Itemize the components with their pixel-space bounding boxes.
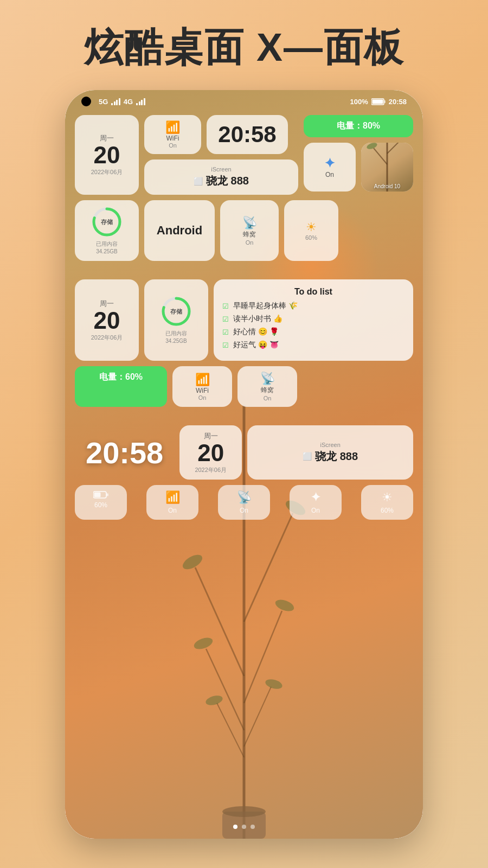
- dot-2[interactable]: [242, 825, 246, 829]
- camera-hole: [81, 97, 91, 106]
- bottom-wifi-status: On: [168, 507, 177, 514]
- signal-bars: [111, 98, 120, 105]
- bluetooth-widget-1[interactable]: ✦ On: [304, 143, 356, 192]
- photo-placeholder: Android 10: [361, 143, 413, 192]
- svg-point-11: [204, 694, 223, 707]
- battery-green-label: 电量：80%: [304, 115, 413, 137]
- svg-point-9: [192, 635, 214, 651]
- storage-inner-label-2: 存储: [170, 308, 182, 316]
- storage-circle-2: 存储: [160, 295, 192, 328]
- bottom-bluetooth-widget[interactable]: ✦ On: [290, 485, 342, 520]
- page-title: 炫酷桌面 X—面板: [84, 22, 404, 74]
- battery-icon: [371, 98, 386, 105]
- calendar-widget-1[interactable]: 周一 20 2022年06月: [75, 115, 139, 195]
- clock-widget-1[interactable]: 20:58: [207, 115, 288, 154]
- todo-check-4: ☑: [222, 341, 229, 349]
- section2-row2: 电量：60% 📶 WiFi On 📡 蜂窝 On: [75, 366, 413, 407]
- dot-1[interactable]: [233, 825, 237, 829]
- cellular-status-2: On: [264, 395, 272, 401]
- svg-line-5: [217, 703, 244, 757]
- svg-rect-29: [106, 494, 108, 496]
- bottom-battery-widget[interactable]: 60%: [75, 485, 127, 520]
- dot-3[interactable]: [251, 825, 255, 829]
- svg-line-19: [374, 148, 387, 164]
- cellular-icon-2: 📡: [260, 372, 275, 386]
- bottom-battery-level: 60%: [94, 501, 107, 509]
- center-col-1: 📶 WiFi On 20:58 iScreen: [144, 115, 298, 195]
- cpu-widget-1[interactable]: iScreen ⬜ 骁龙 888: [144, 159, 298, 195]
- cpu-text-2: 骁龙 888: [315, 449, 358, 464]
- todo-item-3: ☑ 好心情 😊 🌹: [222, 327, 404, 337]
- clock-time: 20:58: [218, 122, 276, 148]
- bottom-bluetooth-icon: ✦: [311, 490, 320, 505]
- network-label: 5G: [99, 98, 108, 106]
- photo-widget-1[interactable]: Android 10: [361, 143, 413, 192]
- cellular-widget-2[interactable]: 📡 蜂窝 On: [237, 366, 297, 407]
- storage-widget-2[interactable]: 存储 已用内容 34.25GB: [144, 279, 208, 361]
- todo-text-3: 好心情 😊 🌹: [233, 327, 279, 337]
- bottom-bluetooth-status: On: [311, 507, 320, 514]
- todo-item-4: ☑ 好运气 😝 👅: [222, 340, 404, 350]
- wifi-icon: 📶: [165, 120, 180, 135]
- svg-line-1: [195, 567, 244, 676]
- wifi-widget-1[interactable]: 📶 WiFi On: [144, 115, 201, 154]
- bottom-cellular-widget[interactable]: 📡 On: [218, 485, 270, 520]
- calendar-year: 2022年06月: [91, 168, 123, 176]
- todo-check-1: ☑: [222, 302, 229, 310]
- phone-frame: 5G 4G 100%: [65, 90, 423, 839]
- svg-rect-28: [94, 493, 101, 497]
- bottom-brightness-widget[interactable]: ☀ 60%: [361, 485, 413, 520]
- wifi-label-2: WiFi: [196, 387, 209, 394]
- wifi-clock-row: 📶 WiFi On 20:58: [144, 115, 298, 154]
- storage-used-text: 已用内容 34.25GB: [96, 240, 118, 256]
- cpu-text-1: 骁龙 888: [206, 174, 249, 188]
- bluetooth-label: On: [325, 171, 334, 178]
- storage-inner-label: 存储: [101, 218, 113, 226]
- status-left: 5G 4G: [81, 97, 145, 106]
- cpu-inner: ⬜ 骁龙 888: [194, 174, 249, 188]
- section-divider-2: [75, 412, 413, 420]
- big-clock-widget[interactable]: 20:58: [75, 425, 174, 480]
- wifi-label: WiFi: [166, 135, 179, 142]
- todo-widget[interactable]: To do list ☑ 早睡早起身体棒 🌾 ☑ 读半小时书 👍 ☑ 好心情 😊…: [214, 279, 413, 361]
- wifi-status-2: On: [198, 394, 207, 401]
- cellular-label-1: 蜂窝: [243, 230, 256, 239]
- android-widget[interactable]: Android: [144, 200, 215, 261]
- battery-percent: 100%: [350, 98, 368, 106]
- todo-title: To do list: [222, 287, 404, 297]
- bt-photo-row: ✦ On: [304, 143, 413, 192]
- svg-point-10: [274, 597, 296, 613]
- storage-circle: 存储: [91, 206, 123, 238]
- iscreen-cpu-row: iScreen ⬜ 骁龙 888: [144, 159, 298, 195]
- storage-widget-1[interactable]: 存储 已用内容 34.25GB: [75, 200, 139, 261]
- widget-row-1: 周一 20 2022年06月 📶 WiFi On: [75, 115, 413, 195]
- battery-green-widget[interactable]: 电量：80% ✦ On: [304, 115, 413, 195]
- svg-rect-16: [372, 99, 383, 104]
- brightness-widget-1[interactable]: ☀ 60%: [284, 200, 338, 261]
- cellular-icon-1: 📡: [242, 216, 257, 230]
- todo-item-2: ☑ 读半小时书 👍: [222, 314, 404, 324]
- svg-point-14: [222, 806, 266, 817]
- svg-line-4: [244, 611, 282, 703]
- bottom-brightness-level: 60%: [381, 507, 394, 514]
- svg-line-20: [387, 143, 401, 154]
- wifi-widget-2[interactable]: 📶 WiFi On: [172, 366, 232, 407]
- android-version: Android 10: [374, 183, 400, 192]
- cellular-status-1: On: [246, 239, 254, 246]
- cpu-widget-2[interactable]: iScreen ⬜ 骁龙 888: [247, 425, 413, 480]
- calendar-widget-3[interactable]: 周一 20 2022年06月: [179, 425, 242, 480]
- todo-text-4: 好运气 😝 👅: [233, 340, 279, 350]
- cellular-widget-1[interactable]: 📡 蜂窝 On: [220, 200, 279, 261]
- cpu-icon-2: ⬜: [303, 452, 312, 461]
- svg-line-3: [206, 649, 244, 730]
- big-clock-time: 20:58: [86, 435, 163, 470]
- widget-row-2: 存储 已用内容 34.25GB Android 📡 蜂窝 On: [75, 200, 413, 261]
- calendar-year-3: 2022年06月: [195, 466, 227, 474]
- calendar-widget-2[interactable]: 周一 20 2022年06月: [75, 279, 139, 361]
- bottom-icon-row: 60% 📶 On 📡 On ✦ On ☀: [75, 485, 413, 520]
- bottom-wifi-widget[interactable]: 📶 On: [146, 485, 198, 520]
- svg-line-6: [244, 687, 271, 746]
- cpu-inner-2: ⬜ 骁龙 888: [303, 449, 358, 464]
- wifi-status: On: [169, 142, 177, 149]
- storage-used-text-2: 已用内容 34.25GB: [165, 330, 187, 345]
